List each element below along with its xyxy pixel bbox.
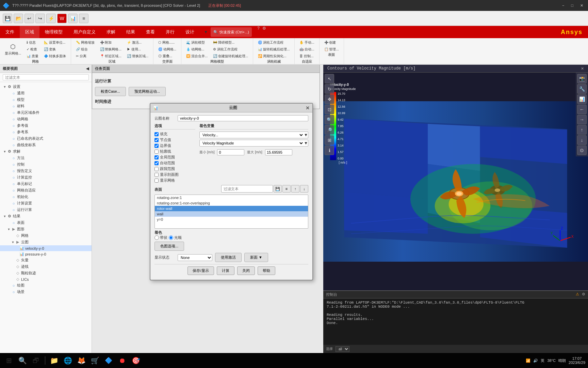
- ribbon-btn-adjacent[interactable]: 📍 邻近区域...: [98, 53, 124, 59]
- tree-item-mesh-graphics[interactable]: ◇ 网格: [0, 232, 92, 239]
- menu-item-zone[interactable]: 区域: [20, 26, 39, 38]
- tree-item-scene[interactable]: ○ 场景: [0, 289, 92, 295]
- tree-item-ref-frame[interactable]: ○ 参考系: [0, 129, 92, 135]
- tree-item-run-calc[interactable]: ○ 运行计算: [0, 206, 92, 213]
- option-fill[interactable]: 填充: [154, 132, 195, 137]
- menu-item-file[interactable]: 文件: [0, 26, 20, 38]
- ribbon-btn-overlap[interactable]: ◎ 重叠...: [156, 53, 178, 59]
- tree-item-plot[interactable]: ○ 绘图: [0, 282, 92, 289]
- ribbon-btn-manual[interactable]: ✋ 手动...: [297, 40, 316, 46]
- viewport-canvas[interactable]: X Y Z velocity-y-0 Velocity Magnitude 15…: [323, 73, 588, 290]
- tree-item-control[interactable]: ○ 控制: [0, 161, 92, 168]
- btn-save-display[interactable]: 保存/显示: [187, 266, 214, 275]
- taskbar-explorer[interactable]: 📁: [48, 354, 60, 367]
- ribbon-btn-show-mesh[interactable]: ⬡ 显示网格...: [3, 42, 23, 57]
- surface-rotor-wall[interactable]: rotor-wall: [155, 206, 308, 211]
- settings-icon[interactable]: ⚙: [262, 26, 266, 38]
- tree-item-ref-value[interactable]: ○ 参考值: [0, 122, 92, 129]
- ribbon-btn-turbulence-model[interactable]: 🌊 涡轮模型: [184, 40, 210, 46]
- vp-tool-right-8[interactable]: ⊙: [577, 145, 587, 155]
- surfaces-list[interactable]: rotating-zone:1 rotating-zone:1-non-over…: [154, 195, 308, 229]
- menu-item-design[interactable]: 设计: [180, 26, 200, 38]
- ribbon-btn-check[interactable]: ✓ 检查: [24, 46, 40, 52]
- option-contour-line[interactable]: 轮廓线: [154, 149, 195, 154]
- menu-item-view[interactable]: 查看: [141, 26, 160, 38]
- ribbon-btn-control[interactable]: 🎛 控制...: [297, 53, 316, 59]
- tree-item-calc-monitor[interactable]: ○ 计算监控: [0, 174, 92, 181]
- ribbon-btn-dynamic-mesh-2[interactable]: 💧 动网格...: [184, 46, 210, 52]
- tree-item-named-expr[interactable]: ○ 已命名的表达式: [0, 135, 92, 142]
- ribbon-btn-create-rot[interactable]: 🔄 创建旋转机械处理...: [211, 53, 250, 59]
- ribbon-btn-quality[interactable]: 📊 质量: [24, 53, 40, 59]
- option-global-range[interactable]: 全局范围: [154, 155, 195, 160]
- tree-item-dynamic-mesh[interactable]: ○ 动网格: [0, 116, 92, 122]
- btn-help[interactable]: 帮助: [258, 266, 275, 275]
- surface-rotating-zone1[interactable]: rotating-zone:1: [155, 195, 308, 200]
- left-panel-collapse[interactable]: ◀: [86, 66, 89, 71]
- ribbon-btn-combine[interactable]: 🔗 组合: [74, 46, 97, 52]
- vp-tool-right-2[interactable]: 🔧: [577, 84, 587, 94]
- tree-item-settings[interactable]: ▼ ⚙ 设置: [0, 83, 92, 90]
- menu-item-solve[interactable]: 求解: [101, 26, 121, 38]
- ribbon-btn-activate[interactable]: ⚡ 激活...: [125, 40, 150, 46]
- vp-tool-right-4[interactable]: ←: [577, 105, 587, 114]
- vp-tool-right-3[interactable]: 📊: [577, 94, 587, 104]
- surface-y0[interactable]: y=0: [155, 217, 308, 222]
- toolbar-btn-8[interactable]: ≡: [79, 14, 88, 23]
- toolbar-btn-1[interactable]: 💾: [3, 14, 12, 23]
- ribbon-btn-manage-surface[interactable]: 📋 管理...: [322, 46, 341, 52]
- display-state-dropdown[interactable]: None: [178, 254, 212, 261]
- tree-item-streamline[interactable]: ◇ 迹线: [0, 263, 92, 270]
- option-node-value[interactable]: 节点值: [154, 137, 195, 142]
- vp-tool-zoom-in[interactable]: 🔍: [325, 115, 334, 124]
- maximize-btn[interactable]: □: [569, 3, 575, 9]
- tree-item-general[interactable]: ○ 通用: [0, 90, 92, 96]
- toolbar-btn-7[interactable]: 📊: [68, 14, 78, 23]
- option-show-mesh[interactable]: 显示网格: [154, 178, 195, 183]
- menu-item-physics[interactable]: 物理模型: [39, 26, 68, 38]
- tree-item-curve-coord[interactable]: ○ 曲线坐标系: [0, 142, 92, 148]
- ribbon-btn-turbo-postprocess[interactable]: 📊 旋转机械后处理...: [256, 46, 292, 52]
- taskbar-browser[interactable]: 🌐: [62, 354, 74, 367]
- toolbar-btn-5[interactable]: ⚡: [46, 14, 56, 23]
- surface-save-btn[interactable]: 💾: [274, 185, 282, 193]
- task-view-btn[interactable]: 🗗: [30, 354, 42, 367]
- ribbon-btn-barrier[interactable]: 🚧 障碍模型...: [211, 40, 250, 46]
- surface-up-btn[interactable]: ↑: [291, 185, 299, 193]
- surface-down-btn[interactable]: ↓: [300, 185, 308, 193]
- btn-use-active[interactable]: 使用激活: [215, 253, 242, 262]
- ribbon-btn-scale[interactable]: 📏 网格缩放: [74, 40, 97, 46]
- menu-item-results[interactable]: 结果: [121, 26, 141, 38]
- color-var-1-select[interactable]: Velocity...: [200, 132, 304, 138]
- ribbon-btn-replace-zone[interactable]: 🔄 替换区域...: [125, 53, 150, 59]
- tree-item-cell-zone[interactable]: ○ 单元区域条件: [0, 109, 92, 116]
- vp-tool-fit[interactable]: ⊞: [325, 135, 334, 145]
- ribbon-btn-turbo-wf[interactable]: 🌀 涡轮工作流程: [256, 40, 292, 46]
- ribbon-btn-replace-mesh[interactable]: 🔄 替换网格...: [98, 46, 124, 52]
- vp-tool-right-1[interactable]: 📸: [577, 74, 587, 83]
- contours-dialog-close[interactable]: ✕: [306, 105, 310, 111]
- surface-rotating-non-overlap[interactable]: rotating-zone:1-non-overlapping: [155, 200, 308, 206]
- vp-tool-zoom-out[interactable]: 🔎: [325, 125, 334, 135]
- ribbon-btn-separate[interactable]: ✂ 分离: [74, 53, 97, 59]
- vp-tool-zoom-box[interactable]: ⊡: [325, 105, 334, 114]
- tree-item-mesh-adaptive[interactable]: ○ 网格自适应: [0, 187, 92, 194]
- tree-item-cell-marker[interactable]: ○ 单元标记: [0, 181, 92, 187]
- filter-input[interactable]: [3, 74, 89, 80]
- tree-item-results[interactable]: ▼ ⚙ 结果: [0, 213, 92, 219]
- contours-name-input[interactable]: [178, 115, 308, 121]
- menu-item-parallel[interactable]: 并行: [160, 26, 180, 38]
- select-value-dropdown[interactable]: all: [336, 346, 349, 352]
- tree-item-solve[interactable]: ▼ ⚙ 求解: [0, 148, 92, 155]
- vp-tool-rotate[interactable]: ↻: [325, 84, 334, 94]
- tree-item-report-def[interactable]: ○ 报告定义: [0, 168, 92, 174]
- coloring-banded[interactable]: 带状: [154, 235, 167, 240]
- quick-search[interactable]: 🔍 快速搜索 (Ctrl+...): [211, 27, 252, 37]
- display-state-select[interactable]: None: [178, 255, 212, 261]
- tree-item-method[interactable]: ○ 方法: [0, 155, 92, 161]
- toolbar-btn-6[interactable]: W: [57, 14, 67, 23]
- help-icon[interactable]: ?: [257, 26, 260, 38]
- ribbon-btn-append[interactable]: ➕ 附加: [98, 40, 124, 46]
- ribbon-btn-turbo-workflow[interactable]: ⚙ 涡轮工作流程: [211, 46, 250, 52]
- taskbar-app2[interactable]: 🎯: [130, 354, 142, 367]
